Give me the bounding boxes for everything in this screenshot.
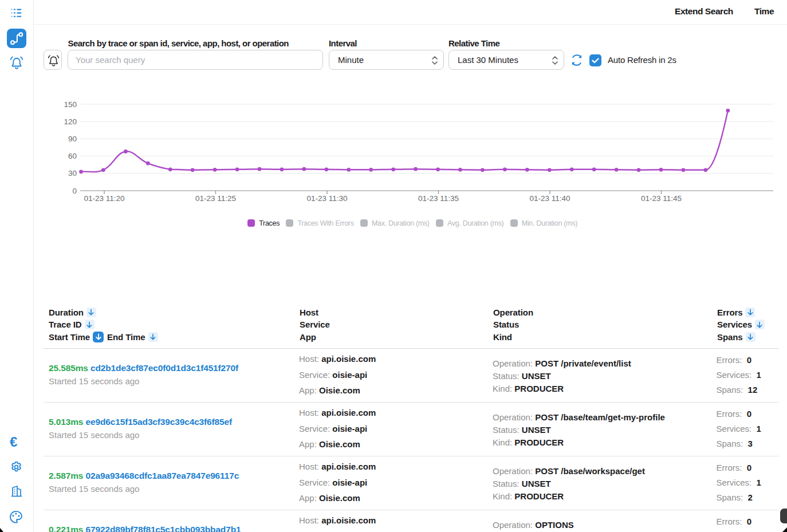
svg-text:90: 90 (68, 135, 77, 143)
svg-text:120: 120 (64, 117, 77, 126)
svg-text:30: 30 (68, 169, 77, 178)
svg-text:0: 0 (72, 187, 77, 195)
svg-text:60: 60 (68, 152, 77, 160)
svg-text:01-23 11:30: 01-23 11:30 (306, 194, 347, 203)
svg-text:150: 150 (64, 100, 77, 109)
svg-text:01-23 11:35: 01-23 11:35 (418, 194, 459, 203)
svg-text:01-23 11:45: 01-23 11:45 (641, 194, 682, 203)
svg-text:01-23 11:20: 01-23 11:20 (84, 194, 124, 203)
svg-text:01-23 11:25: 01-23 11:25 (195, 194, 236, 203)
svg-text:01-23 11:40: 01-23 11:40 (529, 194, 570, 203)
